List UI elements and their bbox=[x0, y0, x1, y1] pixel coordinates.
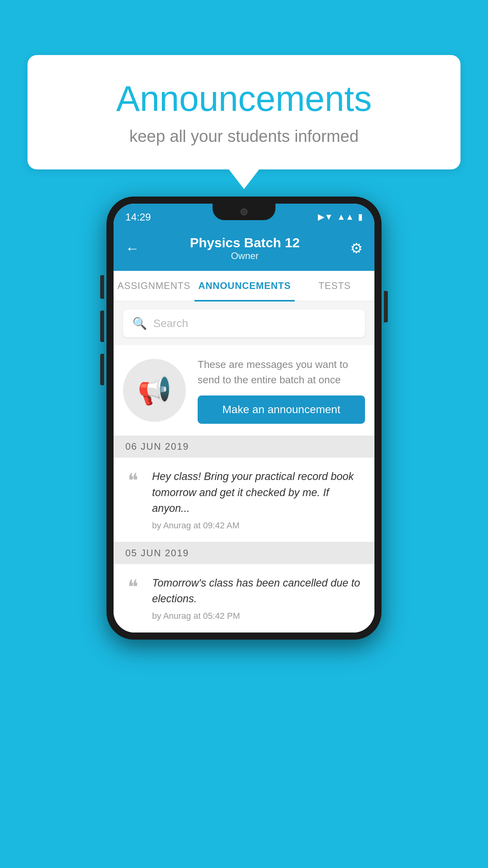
speech-bubble: Announcements keep all your students inf… bbox=[28, 55, 460, 169]
make-announcement-button[interactable]: Make an announcement bbox=[198, 395, 365, 424]
announcement-item-2[interactable]: ❝ Tomorrow's class has been cancelled du… bbox=[114, 564, 374, 633]
megaphone-icon: 📢 bbox=[138, 374, 172, 406]
announcement-meta-1: by Anurag at 09:42 AM bbox=[152, 520, 365, 531]
quote-icon-2: ❝ bbox=[123, 577, 143, 597]
camera-dot bbox=[240, 208, 248, 215]
promo-right: These are messages you want to send to t… bbox=[198, 357, 365, 424]
side-button-left-3 bbox=[100, 354, 104, 385]
phone-screen: 14:29 ▶▼ ▲▲ ▮ ← Physics Batch 12 Owner ⚙… bbox=[114, 204, 374, 633]
announcement-content-2: Tomorrow's class has been cancelled due … bbox=[152, 575, 365, 621]
search-bar[interactable]: 🔍 Search bbox=[123, 309, 365, 337]
phone-notch bbox=[213, 204, 275, 220]
status-time: 14:29 bbox=[125, 211, 151, 223]
tab-assignments[interactable]: ASSIGNMENTS bbox=[114, 271, 194, 301]
date-divider-2: 05 JUN 2019 bbox=[114, 542, 374, 564]
announcement-content-1: Hey class! Bring your practical record b… bbox=[152, 469, 365, 531]
search-icon: 🔍 bbox=[132, 316, 147, 330]
battery-icon: ▮ bbox=[358, 212, 363, 222]
announcement-item-1[interactable]: ❝ Hey class! Bring your practical record… bbox=[114, 458, 374, 542]
header-center: Physics Batch 12 Owner bbox=[190, 235, 300, 261]
announcement-text-1: Hey class! Bring your practical record b… bbox=[152, 469, 365, 517]
back-button[interactable]: ← bbox=[125, 240, 139, 257]
header-title: Physics Batch 12 bbox=[190, 235, 300, 250]
announcement-text-2: Tomorrow's class has been cancelled due … bbox=[152, 575, 365, 607]
phone-outer: 14:29 ▶▼ ▲▲ ▮ ← Physics Batch 12 Owner ⚙… bbox=[106, 197, 382, 640]
quote-icon-1: ❝ bbox=[123, 471, 143, 490]
tab-tests[interactable]: TESTS bbox=[295, 271, 374, 301]
promo-section: 📢 These are messages you want to send to… bbox=[114, 345, 374, 436]
megaphone-circle: 📢 bbox=[123, 359, 186, 422]
phone-mockup: 14:29 ▶▼ ▲▲ ▮ ← Physics Batch 12 Owner ⚙… bbox=[106, 197, 382, 640]
search-placeholder: Search bbox=[153, 317, 188, 330]
settings-icon[interactable]: ⚙ bbox=[350, 240, 363, 257]
announcement-meta-2: by Anurag at 05:42 PM bbox=[152, 611, 365, 621]
date-divider-1: 06 JUN 2019 bbox=[114, 436, 374, 458]
header-subtitle: Owner bbox=[190, 250, 300, 261]
app-header: ← Physics Batch 12 Owner ⚙ bbox=[114, 227, 374, 271]
side-button-left-1 bbox=[100, 275, 104, 299]
side-button-left-2 bbox=[100, 311, 104, 342]
wifi-icon: ▶▼ bbox=[318, 212, 333, 222]
bubble-subtitle: keep all your students informed bbox=[59, 127, 429, 146]
signal-icon: ▲▲ bbox=[337, 212, 354, 222]
promo-description: These are messages you want to send to t… bbox=[198, 357, 365, 388]
status-icons: ▶▼ ▲▲ ▮ bbox=[318, 212, 363, 222]
tabs-bar: ASSIGNMENTS ANNOUNCEMENTS TESTS bbox=[114, 271, 374, 302]
bubble-title: Announcements bbox=[59, 79, 429, 119]
side-button-right bbox=[384, 291, 388, 322]
content-area: 🔍 Search 📢 These are messages you want t… bbox=[114, 309, 374, 633]
tab-announcements[interactable]: ANNOUNCEMENTS bbox=[194, 271, 295, 301]
speech-bubble-container: Announcements keep all your students inf… bbox=[28, 55, 460, 169]
